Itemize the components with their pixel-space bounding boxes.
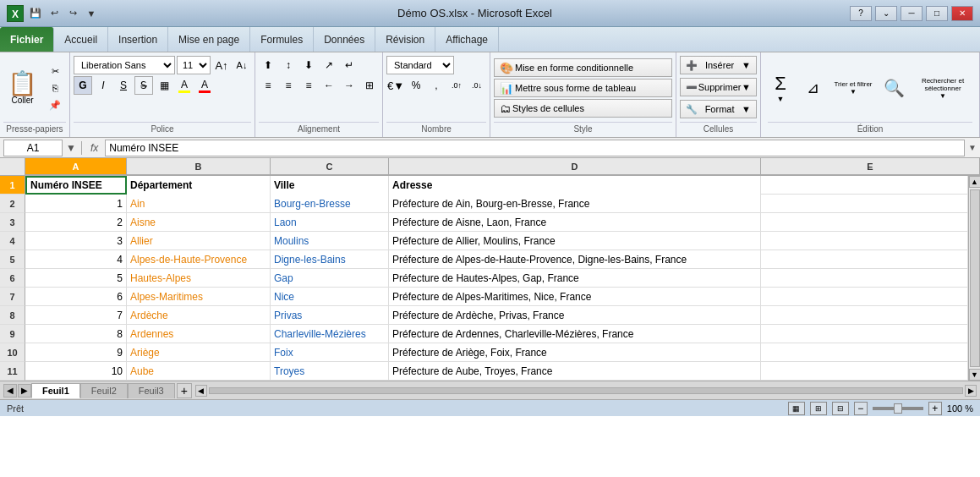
align-bottom-button[interactable]: ⬇	[299, 56, 318, 74]
row-num-1[interactable]: 1	[0, 176, 25, 195]
tab-fichier[interactable]: Fichier	[0, 27, 54, 52]
cell-e8[interactable]	[761, 306, 968, 325]
cell-a10[interactable]: 9	[25, 343, 127, 362]
copy-button[interactable]: ⎘	[46, 80, 64, 96]
cell-d5[interactable]: Préfecture de Alpes-de-Haute-Provence, D…	[389, 250, 761, 269]
scroll-right-button[interactable]: ▶	[965, 385, 977, 397]
decimal-add-button[interactable]: .0↑	[447, 76, 466, 95]
cell-c10[interactable]: Foix	[271, 343, 389, 362]
cell-c8[interactable]: Privas	[271, 306, 389, 325]
sort-filter-label-button[interactable]: Trier et filtrer ▼	[832, 80, 874, 96]
cell-c2[interactable]: Bourg-en-Bresse	[271, 195, 389, 213]
thousands-button[interactable]: ,	[427, 76, 446, 95]
scroll-up-button[interactable]: ▲	[969, 176, 981, 188]
ribbon-toggle-button[interactable]: ⌄	[875, 6, 897, 21]
cell-c6[interactable]: Gap	[271, 269, 389, 288]
zoom-slider[interactable]	[873, 407, 923, 410]
tab-formules[interactable]: Formules	[250, 27, 314, 52]
col-header-c[interactable]: C	[271, 158, 389, 175]
cell-d4[interactable]: Préfecture de Allier, Moulins, France	[389, 232, 761, 250]
cell-e7[interactable]	[761, 288, 968, 306]
redo-button[interactable]: ↪	[64, 6, 81, 21]
row-num-7[interactable]: 7	[0, 288, 25, 306]
wrap-button[interactable]: ↵	[340, 56, 359, 74]
cell-d9[interactable]: Préfecture de Ardennes, Charleville-Mézi…	[389, 325, 761, 343]
page-layout-button[interactable]: ⊞	[810, 402, 827, 415]
row-num-2[interactable]: 2	[0, 195, 25, 213]
cell-d7[interactable]: Préfecture de Alpes-Maritimes, Nice, Fra…	[389, 288, 761, 306]
cell-e9[interactable]	[761, 325, 968, 343]
cell-d11[interactable]: Préfecture de Aube, Troyes, France	[389, 362, 761, 381]
cell-b3[interactable]: Aisne	[127, 213, 271, 232]
cell-d6[interactable]: Préfecture de Hautes-Alpes, Gap, France	[389, 269, 761, 288]
cell-b1[interactable]: Département	[127, 176, 271, 195]
horizontal-scrollbar[interactable]: ◀ ▶	[192, 385, 980, 397]
normal-view-button[interactable]: ▦	[788, 402, 805, 415]
align-right-button[interactable]: ≡	[299, 76, 318, 95]
row-num-3[interactable]: 3	[0, 213, 25, 232]
format-button[interactable]: 🔧Format▼	[680, 100, 757, 118]
col-header-d[interactable]: D	[389, 158, 761, 175]
cell-ref-dropdown[interactable]: ▼	[66, 142, 76, 154]
cell-d2[interactable]: Préfecture de Ain, Bourg-en-Bresse, Fran…	[389, 195, 761, 213]
row-num-5[interactable]: 5	[0, 250, 25, 269]
delete-button[interactable]: ➖Supprimer▼	[680, 78, 757, 96]
col-header-a[interactable]: A	[25, 158, 127, 175]
cell-d1[interactable]: Adresse	[389, 176, 761, 195]
align-middle-button[interactable]: ↕	[279, 56, 298, 74]
coller-button[interactable]: 📋 Coller	[3, 69, 41, 107]
cell-a3[interactable]: 2	[25, 213, 127, 232]
cell-c5[interactable]: Digne-les-Bains	[271, 250, 389, 269]
cell-b6[interactable]: Hautes-Alpes	[127, 269, 271, 288]
font-family-select[interactable]: Liberation Sans	[74, 56, 175, 74]
customize-button[interactable]: ▼	[83, 6, 100, 21]
currency-button[interactable]: €▼	[386, 76, 405, 95]
italic-button[interactable]: I	[94, 76, 112, 95]
cell-e6[interactable]	[761, 269, 968, 288]
cell-a2[interactable]: 1	[25, 195, 127, 213]
indent-button[interactable]: →	[340, 76, 359, 95]
merge-button[interactable]: ⊞	[360, 76, 379, 95]
font-decrease-button[interactable]: A↓	[233, 56, 251, 74]
paste-special-button[interactable]: 📌	[46, 97, 64, 112]
col-header-e[interactable]: E	[761, 158, 980, 175]
cell-b9[interactable]: Ardennes	[127, 325, 271, 343]
tab-next-button[interactable]: ▶	[18, 384, 31, 398]
cell-b4[interactable]: Allier	[127, 232, 271, 250]
sheet-tab-feuil1[interactable]: Feuil1	[31, 383, 80, 398]
col-header-b[interactable]: B	[127, 158, 271, 175]
sheet-tab-feuil2[interactable]: Feuil2	[80, 383, 128, 398]
outdent-button[interactable]: ←	[320, 76, 338, 95]
function-wizard-button[interactable]: fx	[87, 142, 101, 154]
zoom-out-button[interactable]: −	[854, 402, 868, 415]
cell-a4[interactable]: 3	[25, 232, 127, 250]
cell-c1[interactable]: Ville	[271, 176, 389, 195]
tab-affichage[interactable]: Affichage	[435, 27, 499, 52]
tab-revision[interactable]: Révision	[375, 27, 435, 52]
row-num-4[interactable]: 4	[0, 232, 25, 250]
row-num-6[interactable]: 6	[0, 269, 25, 288]
cell-c4[interactable]: Moulins	[271, 232, 389, 250]
sum-button[interactable]: Σ ▼	[768, 73, 793, 103]
scroll-thumb-h[interactable]	[209, 387, 963, 394]
cut-button[interactable]: ✂	[46, 63, 64, 79]
tab-donnees[interactable]: Données	[314, 27, 375, 52]
orient-button[interactable]: ↗	[320, 56, 338, 74]
bold-button[interactable]: G	[74, 76, 92, 95]
scroll-left-button[interactable]: ◀	[195, 385, 207, 397]
cell-reference-input[interactable]	[3, 140, 63, 156]
cell-a5[interactable]: 4	[25, 250, 127, 269]
strikethrough-button[interactable]: S̶	[134, 76, 153, 95]
cell-a8[interactable]: 7	[25, 306, 127, 325]
number-format-select[interactable]: Standard	[386, 56, 454, 74]
cell-b5[interactable]: Alpes-de-Haute-Provence	[127, 250, 271, 269]
save-button[interactable]: 💾	[27, 6, 44, 21]
zoom-thumb[interactable]	[894, 403, 902, 414]
insert-button[interactable]: ➕Insérer▼	[680, 56, 757, 74]
cell-a11[interactable]: 10	[25, 362, 127, 381]
cell-a1[interactable]: Numéro INSEE	[25, 176, 127, 195]
search-button[interactable]: 🔍	[881, 78, 906, 98]
formula-expand-button[interactable]: ▼	[968, 143, 977, 152]
cell-e4[interactable]	[761, 232, 968, 250]
border-button[interactable]: ▦	[155, 76, 173, 95]
